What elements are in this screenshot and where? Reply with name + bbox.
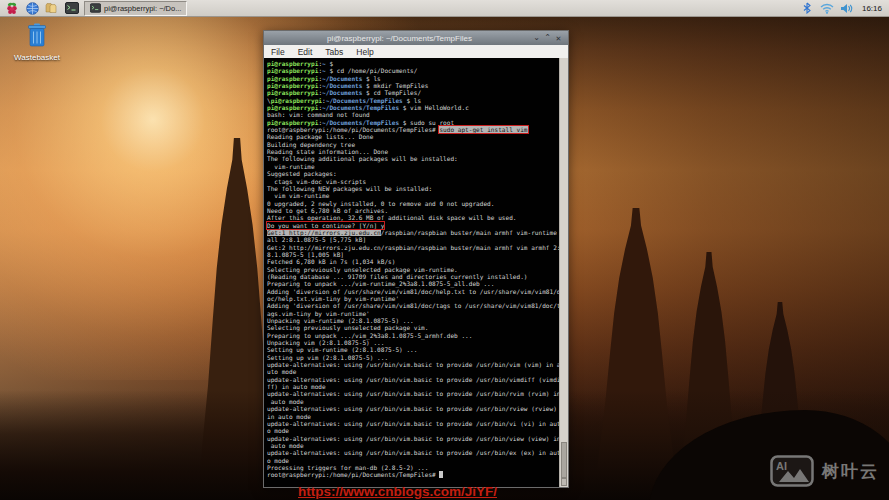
terminal-line: uto mode bbox=[267, 368, 559, 375]
terminal-line: Unpacking vim (2:8.1.0875-5) ... bbox=[267, 339, 559, 346]
terminal-line: The following additional packages will b… bbox=[267, 155, 559, 162]
clock[interactable]: 16:16 bbox=[859, 4, 885, 13]
terminal-line: pi@raspberrypi:~/Documents $ ls bbox=[267, 75, 559, 82]
terminal-line: Setting up vim (2:8.1.0875-5) ... bbox=[267, 354, 559, 361]
terminal-line: Suggested packages: bbox=[267, 170, 559, 177]
terminal-line: Reading package lists... Done bbox=[267, 133, 559, 140]
terminal-line: pi@raspberrypi:~/Documents/TempFiles $ v… bbox=[267, 104, 559, 111]
minimize-icon[interactable] bbox=[531, 33, 542, 44]
terminal-line: Unpacking vim-runtime (2:8.1.0875-5) ... bbox=[267, 317, 559, 324]
terminal-line: Preparing to unpack .../vim_2%3a8.1.0875… bbox=[267, 332, 559, 339]
taskbar: pi@raspberrypi: ~/Do... 16:16 bbox=[0, 0, 889, 17]
terminal-line: update-alternatives: using /usr/bin/vim.… bbox=[267, 361, 559, 368]
watermark-logo-icon: AI bbox=[770, 455, 814, 487]
scrollbar-thumb[interactable] bbox=[561, 442, 567, 478]
terminal-line: update-alternatives: using /usr/bin/vim.… bbox=[267, 420, 559, 427]
svg-text:AI: AI bbox=[776, 460, 787, 472]
terminal-line: Preparing to unpack .../vim-runtime_2%3a… bbox=[267, 280, 559, 287]
terminal-line: in auto mode bbox=[267, 413, 559, 420]
window-title: pi@raspberrypi: ~/Documents/TempFiles bbox=[268, 34, 531, 43]
taskbar-window-button[interactable]: pi@raspberrypi: ~/Do... bbox=[84, 1, 187, 16]
terminal-line: all 2:8.1.0875-5 [5,775 kB] bbox=[267, 236, 559, 243]
terminal-line: o mode bbox=[267, 457, 559, 464]
terminal-line: bash: vim: command not found bbox=[267, 111, 559, 118]
wastebasket-icon bbox=[26, 22, 48, 48]
terminal-line: Fetched 6,780 kB in 7s (1,034 kB/s) bbox=[267, 258, 559, 265]
close-icon[interactable] bbox=[553, 33, 564, 44]
terminal-line: Reading state information... Done bbox=[267, 148, 559, 155]
terminal-titlebar[interactable]: pi@raspberrypi: ~/Documents/TempFiles bbox=[264, 31, 568, 45]
bluetooth-icon[interactable] bbox=[799, 1, 815, 15]
menu-file[interactable]: File bbox=[271, 47, 285, 57]
scrollbar-end-button[interactable] bbox=[561, 478, 567, 486]
terminal-line: ff) in auto mode bbox=[267, 383, 559, 390]
terminal-line: o mode bbox=[267, 427, 559, 434]
volume-icon[interactable] bbox=[839, 1, 855, 15]
terminal-line: 8.1.0875-5 [1,005 kB] bbox=[267, 251, 559, 258]
terminal-line: 0 upgraded, 2 newly installed, 0 to remo… bbox=[267, 200, 559, 207]
terminal-window: pi@raspberrypi: ~/Documents/TempFiles Fi… bbox=[263, 30, 569, 488]
terminal-line: vim vim-runtime bbox=[267, 192, 559, 199]
terminal-line: Processing triggers for man-db (2.8.5-2)… bbox=[267, 464, 559, 471]
terminal-line: Adding 'diversion of /usr/share/vim/vim8… bbox=[267, 302, 559, 309]
terminal-line: Selecting previously unselected package … bbox=[267, 324, 559, 331]
terminal-line: pi@raspberrypi:~/Documents $ cd TempFile… bbox=[267, 89, 559, 96]
terminal-line: pi@raspberrypi:~ $ bbox=[267, 60, 559, 67]
terminal-line: root@raspberrypi:/home/pi/Documents/Temp… bbox=[267, 471, 559, 478]
terminal-line: Get:1 http://mirrors.zju.edu.cn/raspbian… bbox=[267, 229, 559, 236]
terminal-icon bbox=[90, 3, 101, 13]
web-browser-icon[interactable] bbox=[24, 1, 40, 15]
taskbar-window-label: pi@raspberrypi: ~/Do... bbox=[104, 4, 181, 13]
terminal-line: \pi@raspberrypi:~/Documents/TempFiles $ … bbox=[267, 97, 559, 104]
wifi-icon[interactable] bbox=[819, 1, 835, 15]
terminal-line: pi@raspberrypi:~/Documents $ mkdir TempF… bbox=[267, 82, 559, 89]
terminal-line: ctags vim-doc vim-scripts bbox=[267, 178, 559, 185]
watermark-text: 树叶云 bbox=[822, 460, 879, 483]
terminal-line: (Reading database ... 91709 files and di… bbox=[267, 273, 559, 280]
terminal-menubar: File Edit Tabs Help bbox=[264, 45, 568, 59]
terminal-line: pi@raspberrypi:~/Documents/TempFiles $ s… bbox=[267, 119, 559, 126]
terminal-line: update-alternatives: using /usr/bin/vim.… bbox=[267, 435, 559, 442]
terminal-scrollbar[interactable] bbox=[559, 58, 568, 487]
terminal-line: oc/help.txt.vim-tiny by vim-runtime' bbox=[267, 295, 559, 302]
terminal-line: auto mode bbox=[267, 398, 559, 405]
wastebasket-label: Wastebasket bbox=[6, 53, 68, 62]
terminal-line: Setting up vim-runtime (2:8.1.0875-5) ..… bbox=[267, 346, 559, 353]
terminal-line: update-alternatives: using /usr/bin/vim.… bbox=[267, 449, 559, 456]
terminal-line: auto mode bbox=[267, 442, 559, 449]
terminal-line: update-alternatives: using /usr/bin/vim.… bbox=[267, 390, 559, 397]
terminal-line: Do you want to continue? [Y/n] y bbox=[267, 222, 559, 229]
terminal-output[interactable]: pi@raspberrypi:~ $pi@raspberrypi:~ $ cd … bbox=[267, 60, 559, 487]
menu-help[interactable]: Help bbox=[356, 47, 373, 57]
terminal-line: update-alternatives: using /usr/bin/vim.… bbox=[267, 405, 559, 412]
maximize-icon[interactable] bbox=[542, 33, 553, 44]
terminal-line: After this operation, 32.6 MB of additio… bbox=[267, 214, 559, 221]
terminal-line: Selecting previously unselected package … bbox=[267, 266, 559, 273]
wastebasket-desktop-icon[interactable]: Wastebasket bbox=[6, 22, 68, 62]
terminal-line: Need to get 6,780 kB of archives. bbox=[267, 207, 559, 214]
raspberry-menu-icon[interactable] bbox=[4, 1, 20, 15]
terminal-line: update-alternatives: using /usr/bin/vim.… bbox=[267, 376, 559, 383]
blog-url-annotation: https://www.cnblogs.com/JiYF/ bbox=[298, 484, 497, 499]
terminal-line: The following NEW packages will be insta… bbox=[267, 185, 559, 192]
terminal-line: vim-runtime bbox=[267, 163, 559, 170]
menu-edit[interactable]: Edit bbox=[298, 47, 313, 57]
terminal-line: Adding 'diversion of /usr/share/vim/vim8… bbox=[267, 288, 559, 295]
terminal-line: root@raspberrypi:/home/pi/Documents/Temp… bbox=[267, 126, 559, 133]
terminal-content[interactable]: pi@raspberrypi:~ $pi@raspberrypi:~ $ cd … bbox=[264, 58, 568, 487]
terminal-line: Building dependency tree bbox=[267, 141, 559, 148]
file-manager-icon[interactable] bbox=[44, 1, 60, 15]
menu-tabs[interactable]: Tabs bbox=[325, 47, 343, 57]
terminal-line: Get:2 http://mirrors.zju.edu.cn/raspbian… bbox=[267, 244, 559, 251]
terminal-line: pi@raspberrypi:~ $ cd /home/pi/Documents… bbox=[267, 67, 559, 74]
terminal-line: ags.vim-tiny by vim-runtime' bbox=[267, 310, 559, 317]
watermark: AI 树叶云 bbox=[770, 455, 879, 487]
terminal-icon[interactable] bbox=[64, 1, 80, 15]
